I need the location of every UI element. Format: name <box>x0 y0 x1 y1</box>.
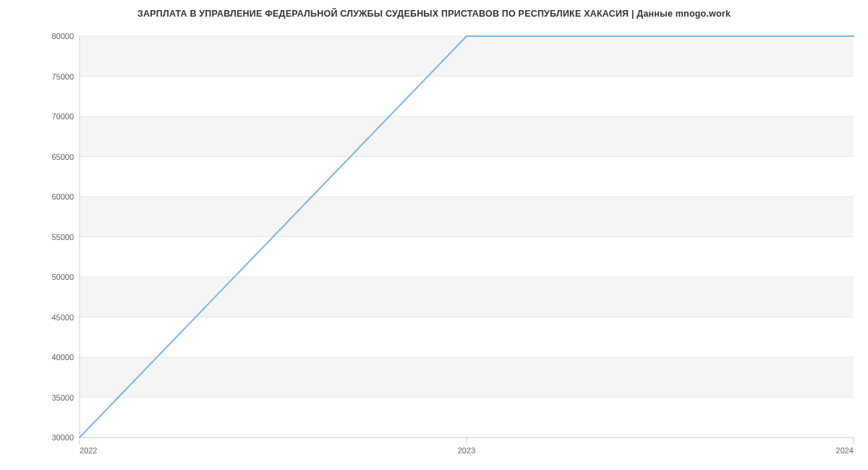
chart-svg: 3000035000400004500050000550006000065000… <box>0 0 868 470</box>
y-tick-label: 35000 <box>51 393 74 402</box>
chart-container: ЗАРПЛАТА В УПРАВЛЕНИЕ ФЕДЕРАЛЬНОЙ СЛУЖБЫ… <box>0 0 868 470</box>
grid-band <box>80 36 854 77</box>
x-tick-label: 2024 <box>836 446 854 455</box>
y-tick-label: 80000 <box>51 32 74 40</box>
y-tick-label: 40000 <box>51 353 74 362</box>
y-tick-label: 30000 <box>51 433 74 442</box>
y-tick-label: 70000 <box>51 112 74 121</box>
y-tick-label: 55000 <box>51 233 74 242</box>
x-tick-label: 2023 <box>458 446 475 455</box>
y-tick-label: 65000 <box>51 153 74 161</box>
x-tick-label: 2022 <box>80 446 97 455</box>
y-tick-label: 45000 <box>51 313 74 322</box>
y-tick-label: 50000 <box>51 273 74 281</box>
grid-band <box>80 357 854 398</box>
grid-band <box>80 197 854 237</box>
grid-band <box>80 277 854 317</box>
y-tick-label: 60000 <box>51 192 74 201</box>
grid-band <box>80 116 854 157</box>
y-tick-label: 75000 <box>51 72 74 81</box>
